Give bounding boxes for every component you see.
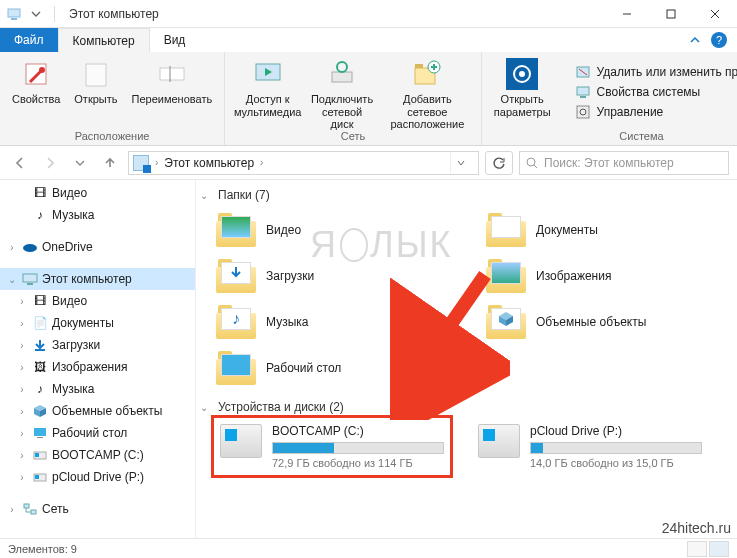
- sidebar-item-music[interactable]: ♪Музыка: [0, 204, 195, 226]
- close-button[interactable]: [693, 0, 737, 28]
- sidebar-item-network[interactable]: ›Сеть: [0, 498, 195, 520]
- tab-view[interactable]: Вид: [150, 28, 200, 52]
- properties-button[interactable]: Свойства: [8, 56, 64, 106]
- qat-dropdown-icon[interactable]: [28, 6, 44, 22]
- add-location-label: Добавить сетевое расположение: [386, 93, 469, 131]
- drive-icon: [32, 447, 48, 463]
- ribbon-group-location: Свойства Открыть Переименовать Расположе…: [0, 52, 225, 145]
- svg-rect-41: [35, 453, 39, 457]
- tab-file[interactable]: Файл: [0, 28, 58, 52]
- sidebar-item-music-2[interactable]: ›♪Музыка: [0, 378, 195, 400]
- system-properties-button[interactable]: Свойства системы: [571, 83, 737, 101]
- folder-label: Документы: [536, 223, 598, 237]
- svg-point-14: [337, 62, 347, 72]
- folder-label: Изображения: [536, 269, 611, 283]
- music-icon: ♪: [32, 207, 48, 223]
- folder-3d-objects[interactable]: Объемные объекты: [486, 300, 736, 344]
- folder-desktop[interactable]: Рабочий стол: [216, 346, 466, 390]
- drives-row: BOOTCAMP (C:) 72,9 ГБ свободно из 114 ГБ…: [216, 420, 725, 473]
- map-drive-label: Подключить сетевой диск: [311, 93, 373, 131]
- sidebar-label: Музыка: [52, 208, 94, 222]
- sidebar-item-desktop[interactable]: ›Рабочий стол: [0, 422, 195, 444]
- svg-rect-45: [31, 510, 36, 514]
- svg-line-30: [534, 165, 537, 168]
- folder-label: Видео: [266, 223, 301, 237]
- map-drive-button[interactable]: Подключить сетевой диск: [308, 56, 376, 131]
- sidebar-item-videos-2[interactable]: ›🎞Видео: [0, 290, 195, 312]
- manage-button[interactable]: Управление: [571, 103, 737, 121]
- expand-icon[interactable]: ⌄: [6, 274, 18, 285]
- open-label: Открыть: [74, 93, 117, 106]
- group-drives-header[interactable]: ⌄ Устройства и диски (2): [200, 400, 725, 414]
- capacity-bar: [272, 442, 444, 454]
- onedrive-icon: [22, 239, 38, 255]
- folder-icon: ♪: [216, 305, 256, 339]
- forward-button[interactable]: [38, 151, 62, 175]
- folder-music[interactable]: ♪ Музыка: [216, 300, 466, 344]
- breadcrumb-root[interactable]: Этот компьютер: [164, 156, 254, 170]
- svg-rect-33: [27, 283, 33, 285]
- sidebar-item-pictures[interactable]: ›🖼Изображения: [0, 356, 195, 378]
- folder-icon: [216, 351, 256, 385]
- svg-rect-26: [580, 96, 586, 98]
- rename-button[interactable]: Переименовать: [128, 56, 217, 106]
- chevron-right-icon[interactable]: ›: [260, 157, 263, 168]
- sidebar-item-downloads[interactable]: ›Загрузки: [0, 334, 195, 356]
- drive-icon: [220, 424, 262, 458]
- open-settings-button[interactable]: Открыть параметры: [490, 56, 555, 118]
- collapse-ribbon-icon[interactable]: [689, 34, 701, 46]
- folder-downloads[interactable]: Загрузки: [216, 254, 466, 298]
- details-view-button[interactable]: [687, 541, 707, 557]
- search-box[interactable]: Поиск: Этот компьютер: [519, 151, 729, 175]
- sidebar-item-this-pc[interactable]: ⌄Этот компьютер: [0, 268, 195, 290]
- sidebar-item-3d-objects[interactable]: ›Объемные объекты: [0, 400, 195, 422]
- desktop-icon: [32, 425, 48, 441]
- add-location-button[interactable]: Добавить сетевое расположение: [382, 56, 473, 131]
- settings-icon: [506, 58, 538, 90]
- refresh-button[interactable]: [485, 151, 513, 175]
- uninstall-button[interactable]: Удалить или изменить программу: [571, 63, 737, 81]
- sidebar-item-videos[interactable]: 🎞Видео: [0, 182, 195, 204]
- folder-documents[interactable]: Документы: [486, 208, 736, 252]
- tiles-view-button[interactable]: [709, 541, 729, 557]
- media-access-button[interactable]: Доступ к мультимедиа: [233, 56, 302, 118]
- open-settings-label: Открыть параметры: [494, 93, 551, 118]
- svg-rect-13: [332, 72, 352, 82]
- sidebar-label: Музыка: [52, 382, 94, 396]
- open-button[interactable]: Открыть: [70, 56, 121, 106]
- system-properties-label: Свойства системы: [597, 85, 701, 99]
- up-button[interactable]: [98, 151, 122, 175]
- sidebar-label: Изображения: [52, 360, 127, 374]
- recent-locations-button[interactable]: [68, 151, 92, 175]
- ribbon: Свойства Открыть Переименовать Расположе…: [0, 52, 737, 146]
- tab-computer[interactable]: Компьютер: [58, 28, 150, 52]
- sidebar-item-documents[interactable]: ›📄Документы: [0, 312, 195, 334]
- drive-pcloud[interactable]: pCloud Drive (P:) 14,0 ГБ свободно из 15…: [474, 420, 706, 473]
- drive-bootcamp[interactable]: BOOTCAMP (C:) 72,9 ГБ свободно из 114 ГБ: [216, 420, 448, 473]
- back-button[interactable]: [8, 151, 32, 175]
- document-icon: 📄: [32, 315, 48, 331]
- chevron-right-icon[interactable]: ›: [155, 157, 158, 168]
- sidebar-label: Рабочий стол: [52, 426, 127, 440]
- properties-label: Свойства: [12, 93, 60, 106]
- minimize-button[interactable]: [605, 0, 649, 28]
- address-bar[interactable]: › Этот компьютер ›: [128, 151, 479, 175]
- help-icon[interactable]: ?: [711, 32, 727, 48]
- address-dropdown-icon[interactable]: [457, 159, 465, 167]
- main-area: 🎞Видео ♪Музыка ›OneDrive ⌄Этот компьютер…: [0, 180, 737, 538]
- maximize-button[interactable]: [649, 0, 693, 28]
- folder-videos[interactable]: Видео: [216, 208, 466, 252]
- status-bar: Элементов: 9: [0, 538, 737, 558]
- folder-pictures[interactable]: Изображения: [486, 254, 736, 298]
- svg-rect-1: [11, 18, 17, 20]
- sidebar-item-pcloud[interactable]: ›pCloud Drive (P:): [0, 466, 195, 488]
- group-folders-header[interactable]: ⌄ Папки (7): [200, 188, 725, 202]
- music-icon: ♪: [32, 381, 48, 397]
- sidebar-item-onedrive[interactable]: ›OneDrive: [0, 236, 195, 258]
- title-bar: Этот компьютер: [0, 0, 737, 28]
- sidebar-item-bootcamp[interactable]: ›BOOTCAMP (C:): [0, 444, 195, 466]
- collapse-icon[interactable]: ⌄: [200, 190, 212, 201]
- svg-rect-44: [24, 504, 29, 508]
- folder-label: Объемные объекты: [536, 315, 646, 329]
- collapse-icon[interactable]: ⌄: [200, 402, 212, 413]
